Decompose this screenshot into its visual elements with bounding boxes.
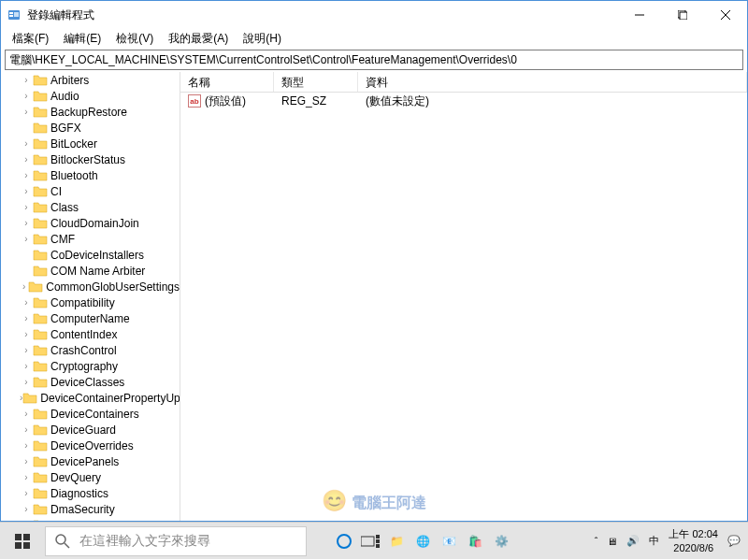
tree-expander-icon[interactable] [20, 472, 33, 482]
tree-panel[interactable]: ArbitersAudioBackupRestoreBGFXBitLockerB… [1, 72, 180, 521]
tree-expander-icon[interactable] [20, 377, 33, 387]
app-icon-4[interactable]: 🛍️ [464, 530, 486, 553]
menu-favorites[interactable]: 我的最愛(A) [161, 29, 236, 48]
tree-item[interactable]: Arbiters [1, 72, 180, 88]
tree-item[interactable]: DeviceContainerPropertyUpdateEvents [1, 390, 180, 406]
app-icon-5[interactable]: ⚙️ [490, 530, 512, 553]
tree-item[interactable]: Audio [1, 88, 180, 104]
header-name[interactable]: 名稱 [180, 72, 274, 92]
taskview-icon[interactable] [359, 530, 381, 553]
tree-item[interactable]: CI [1, 183, 180, 199]
menu-edit[interactable]: 編輯(E) [56, 29, 108, 48]
tree-expander-icon[interactable] [20, 107, 33, 117]
tray-chevron-icon[interactable]: ˆ [595, 536, 598, 547]
tray-display-icon[interactable]: 🖥 [607, 536, 617, 547]
tree-item[interactable]: BackupRestore [1, 104, 180, 120]
menu-file[interactable]: 檔案(F) [5, 29, 56, 48]
tree-item[interactable]: CommonGlobUserSettings [1, 279, 180, 294]
tree-item[interactable]: Cryptography [1, 358, 180, 374]
menu-help[interactable]: 說明(H) [236, 29, 289, 48]
tray-ime[interactable]: 中 [649, 534, 659, 548]
tree-expander-icon[interactable] [20, 297, 33, 308]
tree-item[interactable]: DeviceClasses [1, 374, 180, 390]
tree-item-label: ComputerName [50, 312, 130, 325]
tree-expander-icon[interactable] [20, 488, 33, 498]
tree-expander-icon[interactable] [20, 218, 33, 228]
tree-expander-icon[interactable] [20, 329, 33, 339]
close-button[interactable] [704, 1, 747, 29]
maximize-button[interactable] [661, 1, 704, 29]
tree-item[interactable]: BGFX [1, 120, 180, 136]
tree-item[interactable]: CoDeviceInstallers [1, 247, 180, 263]
app-icon-3[interactable]: 📧 [438, 530, 460, 553]
notification-icon[interactable]: 💬 [727, 535, 741, 547]
tree-expander-icon[interactable] [20, 440, 33, 451]
tree-item[interactable]: DeviceContainers [1, 406, 180, 422]
folder-icon [33, 344, 48, 357]
window-controls [618, 1, 747, 29]
address-bar[interactable]: 電腦\HKEY_LOCAL_MACHINE\SYSTEM\CurrentCont… [5, 50, 743, 70]
value-type-cell: REG_SZ [274, 94, 358, 108]
taskbar: 在這裡輸入文字來搜尋 📁 🌐 📧 🛍️ ⚙️ ˆ 🖥 🔊 中 上午 02:04 … [0, 522, 748, 559]
tree-expander-icon[interactable] [20, 75, 33, 85]
tree-expander-icon[interactable] [20, 456, 33, 467]
tree-item[interactable]: Bluetooth [1, 167, 180, 183]
tree-item[interactable]: CMF [1, 231, 180, 247]
tree-expander-icon[interactable] [20, 170, 33, 180]
menubar: 檔案(F) 編輯(E) 檢視(V) 我的最愛(A) 說明(H) [1, 29, 747, 48]
tree-item-label: Audio [50, 90, 79, 103]
tree-expander-icon[interactable] [20, 186, 33, 196]
tree-expander-icon[interactable] [20, 345, 33, 355]
tree-item[interactable]: DevQuery [1, 469, 180, 485]
tray-volume-icon[interactable]: 🔊 [626, 535, 640, 547]
tree-expander-icon[interactable] [20, 234, 33, 244]
tree-item[interactable]: ComputerName [1, 310, 180, 326]
tree-expander-icon[interactable] [20, 424, 33, 435]
start-button[interactable] [0, 523, 45, 560]
menu-view[interactable]: 檢視(V) [108, 29, 161, 48]
tree-expander-icon[interactable] [20, 504, 33, 514]
tree-item[interactable]: ContentIndex [1, 326, 180, 342]
tree-expander-icon[interactable] [20, 281, 28, 292]
taskbar-search[interactable]: 在這裡輸入文字來搜尋 [45, 526, 307, 556]
titlebar: 登錄編輯程式 [1, 1, 747, 29]
tree-item[interactable]: DevicePanels [1, 453, 180, 469]
tree-expander-icon[interactable] [20, 154, 33, 165]
tree-expander-icon[interactable] [20, 313, 33, 323]
list-row[interactable]: ab (預設值) REG_SZ (數值未設定) [180, 93, 747, 109]
tree-expander-icon[interactable] [20, 91, 33, 101]
folder-icon [33, 106, 48, 119]
tree-item[interactable]: DmaSecurity [1, 501, 180, 517]
tree-item[interactable]: EarlyLaunch [1, 517, 180, 521]
tree-item[interactable]: Compatibility [1, 294, 180, 310]
tree-expander-icon[interactable] [20, 361, 33, 371]
tree-item[interactable]: COM Name Arbiter [1, 263, 180, 279]
minimize-button[interactable] [618, 1, 661, 29]
tree-item[interactable]: CrashControl [1, 342, 180, 358]
tree-item[interactable]: Class [1, 199, 180, 215]
tree-item-label: DevQuery [50, 471, 101, 484]
app-icon-2[interactable]: 🌐 [411, 530, 434, 553]
tree-item[interactable]: BitLocker [1, 136, 180, 151]
search-icon [55, 534, 70, 549]
tree-item[interactable]: BitlockerStatus [1, 151, 180, 167]
tree-item[interactable]: Diagnostics [1, 485, 180, 501]
taskbar-clock[interactable]: 上午 02:04 2020/8/6 [669, 527, 718, 554]
tree-item[interactable]: DeviceGuard [1, 422, 180, 438]
tree-expander-icon[interactable] [20, 520, 33, 521]
tree-expander-icon[interactable] [20, 202, 33, 212]
tree-item-label: COM Name Arbiter [50, 265, 145, 278]
cortana-icon[interactable] [333, 530, 355, 553]
tree-item-label: DeviceClasses [50, 376, 124, 389]
tree-item[interactable]: DeviceOverrides [1, 438, 180, 453]
tree-item-label: BitlockerStatus [50, 153, 125, 166]
tree-expander-icon[interactable] [20, 409, 33, 419]
svg-rect-12 [23, 542, 30, 549]
header-type[interactable]: 類型 [274, 72, 358, 92]
tree-item[interactable]: CloudDomainJoin [1, 215, 180, 231]
app-icon-1[interactable]: 📁 [385, 530, 408, 553]
tree-item-label: Bluetooth [50, 169, 98, 182]
tree-expander-icon[interactable] [20, 138, 33, 149]
folder-icon [33, 233, 48, 246]
header-data[interactable]: 資料 [358, 72, 747, 92]
